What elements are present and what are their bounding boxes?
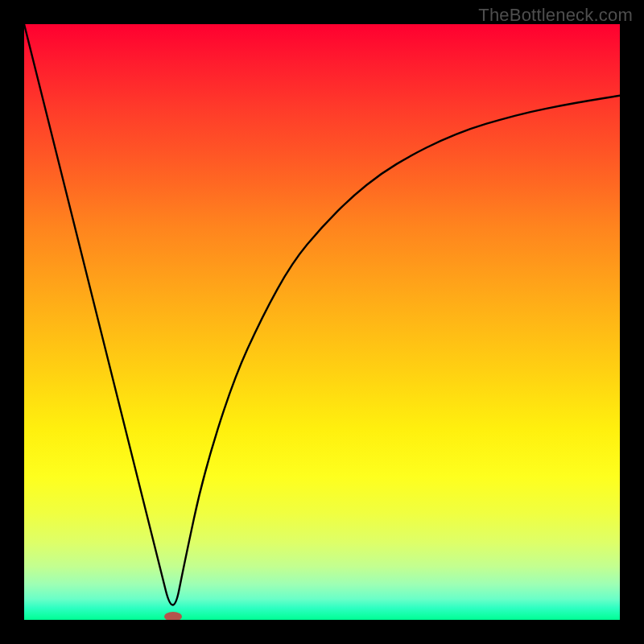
bottleneck-curve-path — [24, 24, 620, 605]
curve-svg — [24, 24, 620, 620]
chart-frame: TheBottleneck.com — [0, 0, 644, 644]
watermark-text: TheBottleneck.com — [478, 5, 633, 26]
minimum-marker — [164, 612, 182, 620]
plot-area — [24, 24, 620, 620]
